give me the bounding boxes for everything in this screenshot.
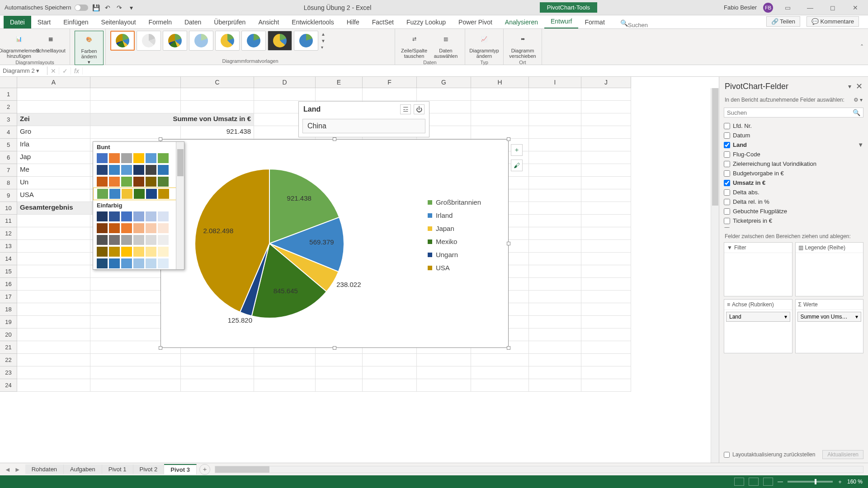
cell[interactable] [17, 240, 90, 253]
sheet-tab-pivot1[interactable]: Pivot 1 [102, 465, 133, 474]
cell[interactable] [581, 278, 631, 291]
field-checkbox[interactable] [724, 151, 730, 158]
cell[interactable]: Me [17, 164, 90, 177]
cell[interactable] [90, 354, 181, 366]
field-item[interactable]: Delta rel. in % [724, 197, 863, 206]
cell[interactable] [254, 366, 316, 379]
quick-layout-button[interactable]: ▦ Schnelllayout [36, 31, 65, 53]
cell[interactable] [90, 126, 181, 139]
zoom-out-button[interactable]: — [778, 479, 783, 485]
cell[interactable] [363, 88, 417, 101]
color-scheme-row[interactable] [93, 246, 184, 258]
cell[interactable] [529, 379, 581, 392]
cell[interactable] [17, 265, 90, 278]
pane-dropdown-icon[interactable]: ▾ [848, 83, 851, 90]
values-pill-umsatz[interactable]: Summe von Umsatz in €▾ [797, 312, 862, 322]
chart-style-1[interactable] [110, 31, 135, 51]
cell[interactable] [581, 366, 631, 379]
chart-style-5[interactable] [215, 31, 240, 51]
tab-format[interactable]: Format [578, 16, 611, 28]
page-break-view-button[interactable] [763, 478, 773, 486]
field-item[interactable]: Ticketpreis in € [724, 216, 863, 225]
cell[interactable] [363, 354, 417, 366]
field-item[interactable]: Umsatz in € [724, 178, 863, 188]
col-header-D[interactable]: D [254, 77, 316, 88]
cell[interactable] [529, 316, 581, 328]
row-header[interactable]: 3 [0, 113, 17, 126]
field-item[interactable]: Datum [724, 131, 863, 140]
col-header-G[interactable]: G [417, 77, 471, 88]
page-layout-view-button[interactable] [749, 478, 759, 486]
color-scheme-row[interactable] [93, 234, 184, 246]
tab-home[interactable]: Start [31, 16, 57, 28]
tab-help[interactable]: Hilfe [340, 16, 366, 28]
cell[interactable] [254, 354, 316, 366]
tab-analyze[interactable]: Analysieren [499, 16, 544, 28]
cell[interactable] [581, 189, 631, 202]
col-header-H[interactable]: H [471, 77, 529, 88]
cell[interactable] [529, 265, 581, 278]
cell[interactable] [254, 379, 316, 392]
field-item[interactable]: Budgetvorgabe in € [724, 169, 863, 178]
col-header-I[interactable]: I [529, 77, 581, 88]
cell[interactable] [581, 88, 631, 101]
field-item[interactable]: Delta abs. [724, 188, 863, 197]
cell[interactable] [581, 126, 631, 139]
cell[interactable] [581, 291, 631, 303]
sheet-tab-pivot3[interactable]: Pivot 3 [164, 464, 197, 474]
comments-button[interactable]: 💬 Kommentare [807, 16, 859, 27]
cell[interactable] [181, 101, 254, 113]
cell[interactable] [17, 278, 90, 291]
row-header[interactable]: 5 [0, 139, 17, 151]
cell[interactable] [581, 227, 631, 240]
field-checkbox[interactable] [724, 218, 730, 224]
cell[interactable] [90, 379, 181, 392]
cell[interactable] [417, 354, 471, 366]
field-item[interactable]: Lfd. Nr. [724, 121, 863, 131]
qat-more-icon[interactable]: ▾ [127, 4, 135, 12]
tab-fuzzy[interactable]: Fuzzy Lookup [400, 16, 452, 28]
row-header[interactable]: 13 [0, 240, 17, 253]
tab-data[interactable]: Daten [178, 16, 208, 28]
cell[interactable] [17, 354, 90, 366]
row-header[interactable]: 23 [0, 366, 17, 379]
field-checkbox[interactable] [724, 170, 730, 177]
search-input[interactable] [628, 22, 718, 28]
legend-item[interactable]: Großbritannien [428, 198, 481, 206]
slicer-item-china[interactable]: China [302, 119, 425, 133]
color-scheme-row[interactable] [93, 164, 184, 176]
cell[interactable] [581, 354, 631, 366]
cell[interactable] [529, 189, 581, 202]
switch-row-col-button[interactable]: ⇄ Zeile/Spalte tauschen [400, 31, 429, 59]
cell[interactable] [529, 215, 581, 227]
cell[interactable] [181, 354, 254, 366]
slicer-multiselect-icon[interactable]: ☲ [400, 104, 411, 114]
cell[interactable] [529, 164, 581, 177]
cell[interactable] [471, 366, 529, 379]
cell[interactable] [581, 202, 631, 215]
tab-file[interactable]: Datei [4, 16, 31, 28]
cell[interactable] [529, 328, 581, 341]
legend-item[interactable]: Ungarn [428, 251, 481, 258]
zoom-level[interactable]: 160 % [847, 479, 863, 485]
chart-style-7[interactable] [268, 31, 292, 51]
cell[interactable] [181, 366, 254, 379]
tab-insert[interactable]: Einfügen [57, 16, 94, 28]
slicer-clear-filter-icon[interactable]: ⏻ [414, 104, 425, 114]
row-header[interactable]: 9 [0, 189, 17, 202]
slicer-land[interactable]: Land ☲ ⏻ China [298, 101, 429, 137]
resize-handle[interactable] [159, 137, 162, 141]
row-header[interactable]: 18 [0, 303, 17, 316]
move-chart-button[interactable]: ⬌ Diagramm verschieben [508, 31, 537, 59]
cell[interactable]: USA [17, 189, 90, 202]
add-chart-element-button[interactable]: 📊 Diagrammelement hinzufügen [5, 31, 33, 59]
cell[interactable] [529, 253, 581, 265]
pie-plot[interactable]: 921.438569.379238.022845.645125.8202.082… [184, 158, 373, 338]
cell[interactable] [17, 379, 90, 392]
cell[interactable] [316, 366, 363, 379]
field-checkbox[interactable] [724, 189, 730, 196]
cell[interactable] [581, 253, 631, 265]
dropdown-scrollbar[interactable] [176, 142, 184, 269]
formula-cancel-icon[interactable]: ✕ [47, 67, 59, 75]
cell[interactable]: Jap [17, 151, 90, 164]
